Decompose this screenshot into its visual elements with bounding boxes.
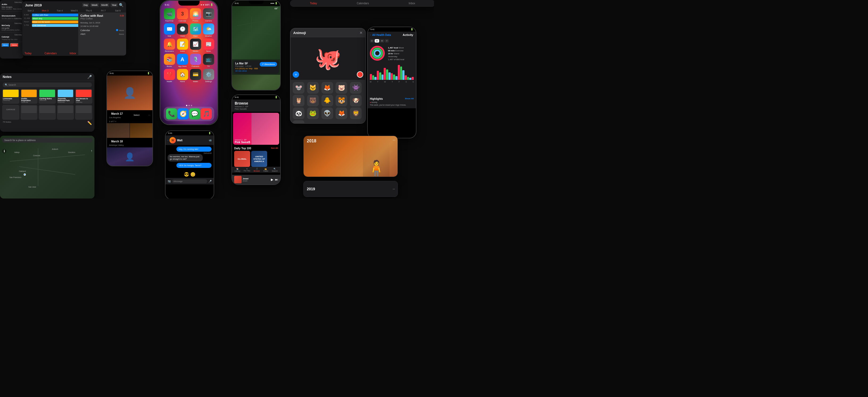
footer-inbox[interactable]: Inbox (70, 52, 76, 55)
messages-camera-icon[interactable]: 📷 (168, 180, 171, 183)
animoji-chick[interactable]: 🐥 (321, 95, 333, 106)
photo-thumb-1[interactable] (107, 123, 130, 138)
note-card-lemonade[interactable]: Lemonade Yesterday (2, 89, 20, 104)
footer-calendars[interactable]: Calendars (44, 52, 57, 55)
animoji-panda[interactable]: 🐼 (293, 108, 304, 119)
music-tab-browse[interactable]: 🎵Browse (254, 168, 260, 172)
animoji-dog[interactable]: 🐶 (350, 95, 362, 106)
app-books[interactable]: 📚 Books (164, 54, 175, 67)
dock-safari-icon[interactable]: 🧭 (178, 108, 189, 120)
app-home[interactable]: 🏠 Home (177, 69, 188, 83)
animoji-cat[interactable]: 🐱 (307, 82, 319, 94)
music-see-all-button[interactable]: See All (271, 147, 278, 150)
app-wallet[interactable]: 💳 Wallet (190, 69, 201, 83)
chart-usa[interactable]: UNITED STATES OF AMERICA (251, 151, 267, 167)
tab-week[interactable]: W (375, 39, 379, 42)
photos-select-btn[interactable]: Select (133, 114, 140, 116)
music-tab-library[interactable]: 📚Library (235, 168, 240, 172)
cal-day-mon[interactable]: Mon 3 (38, 9, 53, 12)
messages-mic-icon[interactable]: 🎤 (208, 180, 212, 183)
animoji-fox[interactable]: 🦊 (321, 82, 333, 94)
music-tab-radio[interactable]: 📻Radio (264, 168, 268, 172)
app-maps[interactable]: 🗺️ Maps (190, 23, 201, 37)
cal-week-btn[interactable]: Week (90, 3, 99, 7)
note-card-yosemite[interactable]: Yosemite National Park Yesterday (57, 89, 74, 104)
health-show-all-button[interactable]: Show All (405, 97, 414, 100)
mail-item-3[interactable]: McCarty Saturday red guitar bright-sound… (0, 21, 23, 32)
video-more-btn-2019[interactable]: ··· (393, 188, 398, 190)
app-camera[interactable]: 📷 Camera (203, 8, 214, 22)
animoji-close-button[interactable]: ✕ (360, 31, 363, 35)
animoji-lion[interactable]: 🦁 (350, 108, 362, 119)
app-notes[interactable]: 📝 Notes (177, 38, 188, 52)
app-mail[interactable]: ✉️ Mail (164, 23, 175, 37)
messages-input-field[interactable]: iMessage (172, 179, 207, 183)
app-facetime[interactable]: 📹 FaceTime (164, 8, 175, 22)
calendar-search-icon[interactable]: 🔍 (119, 3, 123, 7)
maps-directions-button[interactable]: ↗ Directions (260, 62, 277, 66)
notes-mic-icon[interactable]: 🎤 (87, 75, 92, 79)
animoji-frog[interactable]: 🐸 (307, 108, 319, 119)
note-card-blank1[interactable] (21, 105, 38, 120)
animoji-mouse[interactable]: 🐭 (293, 82, 304, 94)
notes-compose-button[interactable]: ✏️ (87, 121, 92, 125)
animoji-fox2[interactable]: 🦊 (336, 108, 347, 119)
note-card-blank3[interactable] (57, 105, 74, 120)
app-settings[interactable]: ⚙️ Settings (203, 69, 214, 83)
app-news[interactable]: 📰 News (203, 38, 214, 52)
footer-today[interactable]: Today (25, 52, 32, 55)
mail-item-2[interactable]: Shenavendeh Saturday So the plan is so f… (0, 11, 23, 21)
messages-video-btn[interactable]: 📹 (209, 139, 212, 142)
animoji-add-button[interactable]: + (293, 71, 299, 78)
app-stocks[interactable]: 📈 Stocks (190, 38, 201, 52)
note-card-cycling[interactable]: Cycling Notes Yesterday (39, 89, 56, 104)
photo-thumb-2[interactable] (130, 123, 152, 138)
app-calendar[interactable]: 3 Calendar (177, 8, 188, 22)
notes-search-bar[interactable]: 🔍 Search (3, 83, 92, 87)
cal-month-btn[interactable]: Month (100, 3, 110, 7)
animoji-pig[interactable]: 🐷 (336, 82, 347, 94)
chart-global[interactable]: GLOBAL (234, 151, 250, 167)
photos-more-btn[interactable]: ··· (148, 114, 150, 117)
video-more-btn-2018[interactable]: ··· (393, 138, 395, 142)
dock-phone-icon[interactable]: 📞 (166, 108, 177, 120)
calendars-tab[interactable]: Calendars (357, 2, 369, 5)
map-search-bar[interactable]: Search for a place or address (2, 138, 92, 143)
tab-year[interactable]: Y (385, 39, 389, 42)
music-album-card[interactable]: Volume 2 - EP Pink Sweat$ (233, 113, 279, 145)
today-tab[interactable]: Today (310, 2, 317, 5)
app-health[interactable]: ❤️ Health (164, 69, 175, 83)
music-next-btn[interactable]: ⏭ (275, 178, 278, 181)
dock-messages-icon[interactable]: 💬 (189, 108, 200, 120)
app-clock[interactable]: 🕐 Clock (177, 23, 188, 37)
map-info-icon[interactable]: ℹ (2, 149, 6, 153)
cal-year-btn[interactable]: Year (111, 3, 118, 7)
dock-music-icon[interactable]: 🎵 (200, 108, 212, 120)
app-appstore[interactable]: A App Store (177, 54, 188, 67)
health-back-button[interactable]: ‹ (370, 34, 371, 36)
tab-day[interactable]: D (370, 39, 374, 42)
animoji-record-button[interactable] (357, 71, 363, 78)
note-card-blank2[interactable] (39, 105, 56, 120)
cal-day-btn[interactable]: Day (82, 3, 89, 7)
note-card-art[interactable]: Art Venues to Visit Saturday (75, 89, 92, 104)
animoji-alien[interactable]: 👾 (350, 82, 362, 94)
emoji-icon-2[interactable]: 😊 (190, 172, 195, 177)
event-edit-button[interactable]: Edit (120, 14, 124, 17)
app-reminders[interactable]: 🔔 Reminders (164, 38, 175, 52)
mail-delete-button[interactable]: Delete (10, 43, 19, 47)
animoji-ghost[interactable]: 👽 (321, 108, 333, 119)
music-play-btn[interactable]: ▶ (271, 178, 273, 181)
app-photos[interactable]: 🌅 Photos (190, 8, 201, 22)
music-tab-foryou[interactable]: ♥For You (244, 168, 250, 172)
tab-month[interactable]: M (380, 39, 384, 42)
animoji-pig2[interactable]: 🐷 (293, 120, 304, 124)
inbox-tab[interactable]: Inbox (409, 2, 415, 5)
app-podcasts[interactable]: 🎙️ Podcasts (190, 54, 201, 67)
music-tab-search[interactable]: 🔍Search (272, 168, 278, 172)
note-card-outfits[interactable]: Outfits Inspiration Yesterday (21, 89, 38, 104)
animoji-bear[interactable]: 🐻 (307, 95, 319, 106)
animoji-tiger[interactable]: 🐯 (336, 95, 347, 106)
mail-item-1[interactable]: Arifin Saturday New designs. New season.… (0, 0, 23, 11)
app-appletv[interactable]: 📺 TV (203, 54, 214, 67)
